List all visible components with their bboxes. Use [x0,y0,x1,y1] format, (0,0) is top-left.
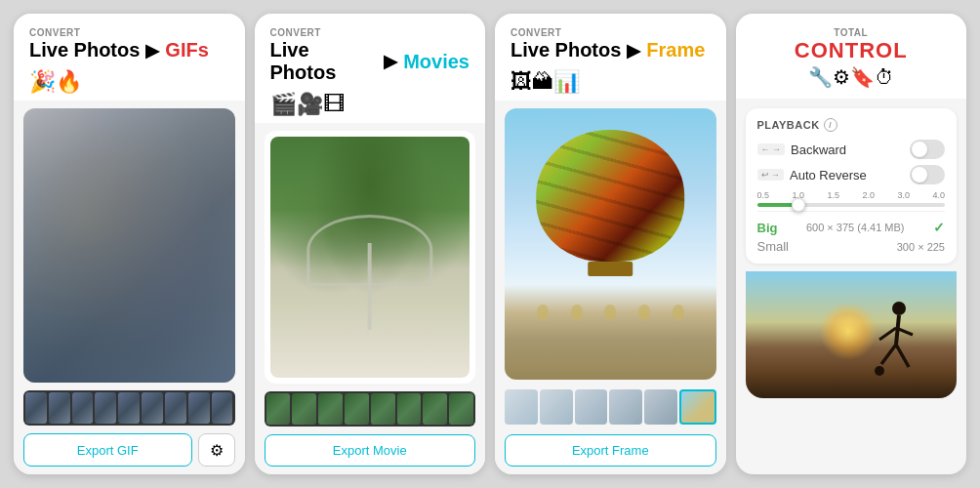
backward-toggle-row: ← → Backward [757,140,946,159]
size-big-check: ✓ [933,220,945,235]
frame-thumb-5[interactable] [644,389,677,425]
movies-film-frame-5 [371,393,395,425]
auto-reverse-label: Auto Reverse [790,168,867,183]
small-balloon-1 [537,305,549,320]
balloon-basket [589,262,633,276]
backward-label: Backward [791,142,846,157]
control-content: PLAYBACK i ← → Backward ↩ → Auto Reverse [736,99,967,474]
movies-film-frame-8 [449,393,473,425]
gif-film-frame-6 [142,392,163,424]
frame-emoji-row: 🖼🏔📊 [495,67,726,101]
gif-button-row: Export GIF ⚙ [23,433,235,467]
auto-reverse-label-section: ↩ → Auto Reverse [757,168,867,183]
movies-screen-header: CONVERT Live Photos ▶ Movies [255,14,486,90]
speed-label-5: 4.0 [932,190,945,200]
frame-thumb-4[interactable] [609,389,642,425]
size-option-big[interactable]: Big 600 × 375 (4.41 MB) ✓ [757,220,946,235]
export-gif-button[interactable]: Export GIF [23,433,192,467]
frame-title-row: Live Photos ▶ Frame [510,39,711,61]
gif-film-frame-4 [95,392,116,424]
speed-label-0: 0.5 [757,190,770,200]
movies-film-frame-6 [397,393,422,425]
control-photo [746,271,958,398]
speed-label-2: 1.5 [827,190,839,200]
frame-title-target: Frame [646,39,705,61]
gif-photo-preview [23,108,235,383]
movies-title-target: Movies [403,51,470,73]
backward-toggle[interactable] [910,140,945,159]
info-icon[interactable]: i [824,118,837,132]
export-movie-button[interactable]: Export Movie [265,434,476,467]
silhouette-svg [872,301,925,398]
gif-title-target: GIFs [165,39,208,61]
frame-title-arrow: ▶ [627,40,640,61]
gif-settings-button[interactable]: ⚙ [198,433,235,467]
gif-film-strip [23,390,235,426]
size-big-dims: 600 × 375 (4.41 MB) [806,222,905,233]
frame-screen: CONVERT Live Photos ▶ Frame 🖼🏔📊 [495,14,726,474]
svg-line-2 [881,345,896,364]
small-balloon-3 [604,305,616,320]
app-container: CONVERT Live Photos ▶ GIFs 🎉🔥 [0,0,980,488]
speed-label-4: 3.0 [897,190,910,200]
small-balloon-5 [673,305,684,320]
movies-emoji-row: 🎬🎥🎞 [255,90,486,123]
frame-thumb-selected[interactable] [679,389,716,425]
gif-film-frame-9 [212,392,233,424]
gif-film-frame-7 [165,392,186,424]
export-frame-button[interactable]: Export Frame [505,434,716,467]
movies-film-frame-1 [266,393,291,425]
small-balloon-4 [638,305,650,320]
frame-title-live: Live Photos [510,39,621,61]
gif-screen: CONVERT Live Photos ▶ GIFs 🎉🔥 [14,14,245,474]
movies-screen: CONVERT Live Photos ▶ Movies 🎬🎥🎞 [255,14,486,474]
size-options: Big 600 × 375 (4.41 MB) ✓ Small 300 × 22… [757,220,946,254]
settings-icon: ⚙ [210,441,224,460]
movies-title-row: Live Photos ▶ Movies [270,39,470,84]
size-small-dims: 300 × 225 [897,241,945,253]
balloon-body [536,130,684,262]
dome-structure [309,221,429,329]
size-option-small[interactable]: Small 300 × 225 [757,239,946,254]
size-small-name: Small [757,239,790,254]
auto-reverse-toggle[interactable] [910,165,945,184]
frame-photo-preview [505,108,716,380]
gif-photo [23,108,235,383]
small-balloons [505,305,716,320]
control-icons: 🔧⚙🔖⏱ [752,65,952,89]
auto-reverse-toggle-row: ↩ → Auto Reverse [757,165,946,184]
movies-convert-label: CONVERT [270,27,470,38]
frame-thumb-1[interactable] [505,389,538,425]
total-label: TOTAL [752,27,952,38]
movies-screen-content: Export Movie [255,123,486,474]
gif-convert-label: CONVERT [29,27,229,38]
gif-emoji-row: 🎉🔥 [14,67,245,101]
playback-title: PLAYBACK i [757,118,946,132]
sun-glow [819,302,878,360]
gif-screen-header: CONVERT Live Photos ▶ GIFs [14,14,245,67]
frame-convert-label: CONVERT [510,27,711,38]
movies-title-arrow: ▶ [384,51,397,72]
gif-film-frame-3 [72,392,94,424]
svg-point-6 [875,366,884,376]
gif-title-arrow: ▶ [145,40,159,61]
frame-screen-content: Export Frame [495,101,726,474]
frame-thumb-2[interactable] [540,389,573,425]
speed-slider-track[interactable] [757,203,946,207]
frame-thumb-3[interactable] [575,389,608,425]
svg-point-0 [892,302,906,315]
speed-slider-thumb[interactable] [792,198,805,212]
control-header: TOTAL CONTROL 🔧⚙🔖⏱ [736,14,967,99]
gif-film-frame-2 [49,392,70,424]
small-balloon-2 [571,305,583,320]
auto-reverse-indicator: ↩ → [757,169,785,181]
speed-slider-section: 0.5 1.0 1.5 2.0 3.0 4.0 [757,190,946,207]
movies-photo-bg [270,137,470,378]
frame-strip [505,387,716,427]
backward-indicator: ← → [757,143,786,155]
movies-film-strip [265,391,476,427]
frame-screen-header: CONVERT Live Photos ▶ Frame [495,14,726,67]
gif-film-frame-8 [188,392,210,424]
speed-label-3: 2.0 [862,190,875,200]
speed-labels: 0.5 1.0 1.5 2.0 3.0 4.0 [757,190,946,200]
